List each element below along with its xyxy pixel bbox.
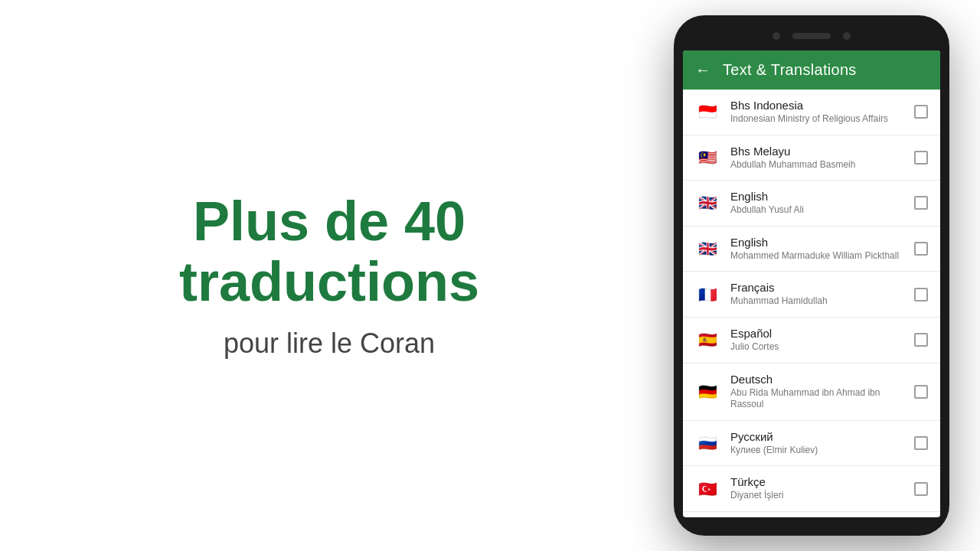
lang-info: Bhs Indonesia Indonesian Ministry of Rel… — [730, 99, 903, 126]
translation-item[interactable]: 🇳🇱 Nederlands — [683, 512, 940, 517]
translation-list[interactable]: 🇮🇩 Bhs Indonesia Indonesian Ministry of … — [683, 90, 940, 517]
phone-camera-2 — [843, 32, 851, 40]
lang-info: Türkçe Diyanet İşleri — [730, 475, 903, 502]
translation-item[interactable]: 🇹🇷 Türkçe Diyanet İşleri — [683, 466, 940, 512]
phone-speaker — [792, 33, 831, 39]
lang-info: English Mohammed Marmaduke William Pickt… — [730, 236, 903, 262]
flag-icon: 🇪🇸 — [695, 328, 720, 352]
lang-info: Français Muhammad Hamidullah — [730, 281, 903, 308]
lang-name: Español — [730, 327, 903, 340]
sub-heading: pour lire le Coran — [224, 328, 435, 360]
lang-author: Abdullah Muhammad Basmeih — [730, 159, 903, 171]
phone-mockup: ← Text & Translations 🇮🇩 Bhs Indonesia I… — [674, 15, 949, 536]
lang-name: Русский — [730, 430, 903, 443]
flag-icon: 🇬🇧 — [695, 191, 720, 215]
lang-checkbox[interactable] — [914, 288, 928, 302]
lang-name: Bhs Indonesia — [730, 99, 903, 112]
lang-name: Bhs Melayu — [730, 145, 903, 158]
flag-icon: 🇮🇩 — [695, 99, 720, 124]
main-heading: Plus de 40 traductions — [179, 191, 479, 312]
flag-icon: 🇫🇷 — [695, 282, 720, 307]
lang-info: English Abdullah Yusuf Ali — [730, 190, 903, 217]
translation-item[interactable]: 🇬🇧 English Mohammed Marmaduke William Pi… — [683, 227, 940, 272]
lang-checkbox[interactable] — [914, 333, 928, 347]
lang-name: Türkçe — [730, 475, 903, 488]
translation-item[interactable]: 🇬🇧 English Abdullah Yusuf Ali — [683, 181, 940, 227]
flag-icon: 🇹🇷 — [695, 477, 720, 501]
app-header: ← Text & Translations — [683, 51, 940, 90]
back-button[interactable]: ← — [695, 61, 710, 79]
lang-info: Deutsch Abu Rida Muhammad ibn Ahmad ibn … — [730, 373, 903, 411]
lang-checkbox[interactable] — [914, 482, 928, 496]
phone-screen: ← Text & Translations 🇮🇩 Bhs Indonesia I… — [683, 51, 940, 517]
translation-item[interactable]: 🇩🇪 Deutsch Abu Rida Muhammad ibn Ahmad i… — [683, 364, 940, 421]
lang-author: Abdullah Yusuf Ali — [730, 204, 903, 217]
translation-item[interactable]: 🇷🇺 Русский Кулиев (Elmir Kuliev) — [683, 421, 940, 467]
lang-info: Español Julio Cortes — [730, 327, 903, 354]
lang-checkbox[interactable] — [914, 151, 928, 165]
lang-name: English — [730, 190, 903, 203]
translation-item[interactable]: 🇪🇸 Español Julio Cortes — [683, 318, 940, 364]
phone-top-bar — [683, 24, 940, 47]
lang-author: Julio Cortes — [730, 341, 903, 354]
lang-checkbox[interactable] — [914, 105, 928, 119]
translation-item[interactable]: 🇫🇷 Français Muhammad Hamidullah — [683, 272, 940, 318]
lang-author: Indonesian Ministry of Religious Affairs — [730, 113, 903, 126]
lang-checkbox[interactable] — [914, 196, 928, 210]
translation-item[interactable]: 🇲🇾 Bhs Melayu Abdullah Muhammad Basmeih — [683, 135, 940, 181]
phone-camera — [773, 32, 780, 40]
lang-author: Diyanet İşleri — [730, 490, 903, 502]
lang-checkbox[interactable] — [914, 436, 928, 450]
lang-name: Français — [730, 281, 903, 294]
heading-line2: traductions — [179, 251, 479, 312]
flag-icon: 🇷🇺 — [695, 431, 720, 455]
lang-name: Deutsch — [730, 373, 903, 386]
lang-checkbox[interactable] — [914, 385, 928, 399]
screen-title: Text & Translations — [723, 61, 857, 79]
flag-icon: 🇬🇧 — [695, 236, 720, 261]
translation-item[interactable]: 🇮🇩 Bhs Indonesia Indonesian Ministry of … — [683, 90, 940, 135]
phone-section: ← Text & Translations 🇮🇩 Bhs Indonesia I… — [658, 0, 980, 551]
heading-line1: Plus de 40 — [193, 191, 466, 252]
lang-name: English — [730, 236, 903, 249]
lang-checkbox[interactable] — [914, 242, 928, 256]
lang-info: Русский Кулиев (Elmir Kuliev) — [730, 430, 903, 457]
flag-icon: 🇲🇾 — [695, 145, 720, 170]
lang-info: Bhs Melayu Abdullah Muhammad Basmeih — [730, 145, 903, 171]
left-section: Plus de 40 traductions pour lire le Cora… — [0, 0, 658, 551]
lang-author: Abu Rida Muhammad ibn Ahmad ibn Rassoul — [730, 387, 903, 411]
lang-author: Кулиев (Elmir Kuliev) — [730, 445, 903, 457]
lang-author: Muhammad Hamidullah — [730, 295, 903, 308]
lang-author: Mohammed Marmaduke William Pickthall — [730, 250, 903, 262]
flag-icon: 🇩🇪 — [695, 380, 720, 404]
